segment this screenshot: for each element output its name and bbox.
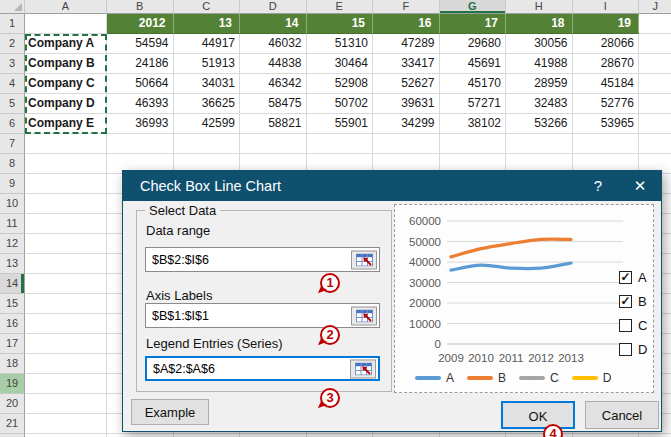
row-header-5[interactable]: 5 [0, 94, 25, 114]
cell-G6[interactable]: 38102 [440, 114, 507, 134]
cell-C5[interactable]: 36625 [174, 94, 241, 114]
cell-A10[interactable] [25, 194, 107, 214]
cell-G2[interactable]: 29680 [440, 34, 507, 54]
cell-C1[interactable]: 13 [174, 14, 241, 34]
cell-A11[interactable] [25, 214, 107, 234]
col-header-H[interactable]: H [506, 0, 573, 14]
cell-H5[interactable]: 32483 [506, 94, 573, 114]
col-header-D[interactable]: D [240, 0, 307, 14]
cell-H7[interactable] [506, 134, 573, 154]
cell-C6[interactable]: 42599 [174, 114, 241, 134]
cell-H3[interactable]: 41988 [506, 54, 573, 74]
col-header-C[interactable]: C [174, 0, 241, 14]
col-header-J[interactable]: J [639, 0, 671, 14]
cell-I2[interactable]: 28066 [573, 34, 640, 54]
cancel-button[interactable]: Cancel [585, 401, 659, 429]
cell-H2[interactable]: 30056 [506, 34, 573, 54]
row-header-13[interactable]: 13 [0, 254, 25, 274]
cell-F4[interactable]: 52627 [373, 74, 440, 94]
row-header-8[interactable]: 8 [0, 154, 25, 174]
cell-D3[interactable]: 44838 [240, 54, 307, 74]
cell-B2[interactable]: 54594 [107, 34, 174, 54]
range-input-1[interactable]: $B$2:$I$6 [145, 247, 380, 272]
col-header-F[interactable]: F [373, 0, 440, 14]
cell-D6[interactable]: 58821 [240, 114, 307, 134]
row-header-2[interactable]: 2 [0, 34, 25, 54]
cell-A7[interactable] [25, 134, 107, 154]
row-header-1[interactable]: 1 [0, 14, 25, 34]
close-button[interactable]: ✕ [619, 171, 661, 201]
cell-A2[interactable]: Company A [25, 34, 107, 54]
row-header-12[interactable]: 12 [0, 234, 25, 254]
cell-A20[interactable] [25, 394, 107, 414]
cell-D2[interactable]: 46032 [240, 34, 307, 54]
example-button[interactable]: Example [131, 399, 209, 425]
cell-I4[interactable]: 45184 [573, 74, 640, 94]
cell-D5[interactable]: 58475 [240, 94, 307, 114]
cell-F2[interactable]: 47289 [373, 34, 440, 54]
cell-E3[interactable]: 30464 [307, 54, 374, 74]
cell-F6[interactable]: 34299 [373, 114, 440, 134]
cell-F3[interactable]: 33417 [373, 54, 440, 74]
cell-A6[interactable]: Company E [25, 114, 107, 134]
cell-A13[interactable] [25, 254, 107, 274]
help-button[interactable]: ? [577, 171, 619, 201]
series-checkbox-D[interactable] [619, 343, 632, 356]
cell-J1[interactable] [639, 14, 671, 34]
cell-C7[interactable] [174, 134, 241, 154]
col-header-G[interactable]: G [440, 0, 507, 14]
cell-E5[interactable]: 50702 [307, 94, 374, 114]
col-header-B[interactable]: B [107, 0, 174, 14]
row-header-14[interactable]: 14 [0, 274, 25, 294]
cell-B5[interactable]: 46393 [107, 94, 174, 114]
cell-A21[interactable] [25, 414, 107, 434]
row-header-6[interactable]: 6 [0, 114, 25, 134]
col-header-A[interactable]: A [25, 0, 107, 14]
cell-H1[interactable]: 18 [506, 14, 573, 34]
cell-A1[interactable] [25, 14, 107, 34]
cell-I1[interactable]: 19 [573, 14, 640, 34]
col-header-I[interactable]: I [573, 0, 640, 14]
row-header-19[interactable]: 19 [0, 374, 25, 394]
row-header-10[interactable]: 10 [0, 194, 25, 214]
cell-A15[interactable] [25, 294, 107, 314]
cell-B4[interactable]: 50664 [107, 74, 174, 94]
cell-F7[interactable] [373, 134, 440, 154]
series-checkbox-B[interactable]: ✓ [619, 295, 632, 308]
cell-A8[interactable] [25, 154, 107, 174]
cell-C3[interactable]: 51913 [174, 54, 241, 74]
cell-A12[interactable] [25, 234, 107, 254]
range-input-3[interactable]: $A$2:$A$6 [145, 356, 380, 381]
cell-J5[interactable] [639, 94, 671, 114]
cell-A18[interactable] [25, 354, 107, 374]
cell-C4[interactable]: 34031 [174, 74, 241, 94]
select-all-corner[interactable] [0, 0, 25, 14]
row-header-18[interactable]: 18 [0, 354, 25, 374]
row-header-4[interactable]: 4 [0, 74, 25, 94]
series-checkbox-C[interactable] [619, 319, 632, 332]
cell-I6[interactable]: 53965 [573, 114, 640, 134]
row-header-9[interactable]: 9 [0, 174, 25, 194]
cell-J2[interactable] [639, 34, 671, 54]
cell-E2[interactable]: 51310 [307, 34, 374, 54]
cell-G5[interactable]: 57271 [440, 94, 507, 114]
cell-H4[interactable]: 28959 [506, 74, 573, 94]
range-input-2[interactable]: $B$1:$I$1 [145, 303, 380, 328]
row-header-17[interactable]: 17 [0, 334, 25, 354]
row-header-15[interactable]: 15 [0, 294, 25, 314]
row-header-3[interactable]: 3 [0, 54, 25, 74]
cell-A9[interactable] [25, 174, 107, 194]
cell-B3[interactable]: 24186 [107, 54, 174, 74]
cell-D7[interactable] [240, 134, 307, 154]
cell-F5[interactable]: 39631 [373, 94, 440, 114]
cell-A5[interactable]: Company D [25, 94, 107, 114]
row-header-11[interactable]: 11 [0, 214, 25, 234]
cell-I3[interactable]: 28670 [573, 54, 640, 74]
cell-E1[interactable]: 15 [307, 14, 374, 34]
cell-B6[interactable]: 36993 [107, 114, 174, 134]
ok-button[interactable]: OK [501, 401, 575, 429]
row-header-7[interactable]: 7 [0, 134, 25, 154]
cell-J6[interactable] [639, 114, 671, 134]
cell-E6[interactable]: 55901 [307, 114, 374, 134]
cell-B7[interactable] [107, 134, 174, 154]
